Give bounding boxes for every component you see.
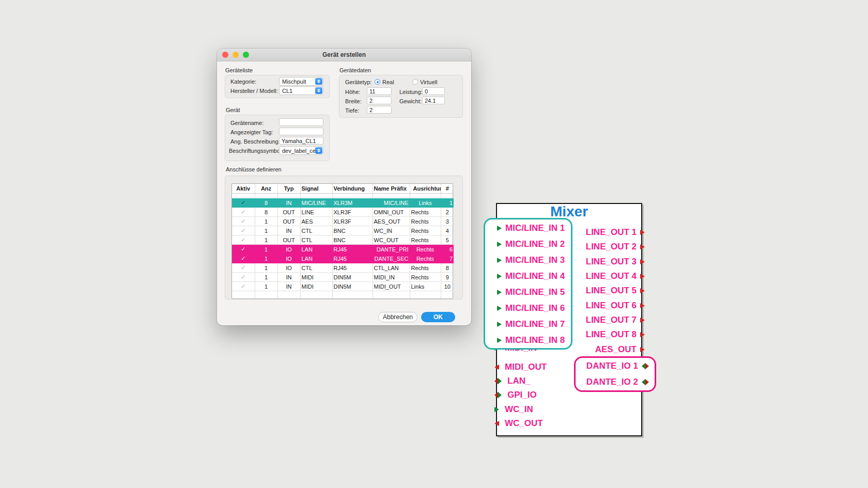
ok-button[interactable]: OK bbox=[421, 312, 455, 322]
port-row[interactable]: WC_IN bbox=[494, 402, 547, 416]
breite-field[interactable] bbox=[367, 97, 392, 104]
table-row[interactable]: ✓1INCTLBNCWC_INRechts4 bbox=[232, 226, 454, 235]
port-row[interactable]: WC_OUT bbox=[494, 416, 547, 430]
gewicht-field[interactable] bbox=[422, 97, 445, 104]
output-arrow-icon[interactable] bbox=[640, 318, 645, 323]
cell-verbindung: RJ45 bbox=[332, 254, 373, 263]
port-row[interactable]: MIDI_OUT bbox=[494, 360, 547, 374]
right-ports-list: LINE_OUT 1LINE_OUT 2LINE_OUT 3LINE_OUT 4… bbox=[586, 225, 645, 357]
port-row[interactable]: MIC/LINE_IN 1 bbox=[497, 221, 571, 237]
hoehe-field[interactable] bbox=[367, 87, 392, 95]
port-row[interactable]: MIC/LINE_IN 8 bbox=[497, 332, 571, 348]
close-button[interactable] bbox=[222, 52, 228, 58]
column-header: Aktiv bbox=[232, 184, 255, 194]
input-arrow-icon[interactable] bbox=[497, 322, 502, 327]
port-row[interactable]: MIC/LINE_IN 5 bbox=[497, 285, 571, 301]
input-arrow-icon[interactable] bbox=[497, 258, 502, 263]
table-row[interactable]: ✓1IOCTLRJ45CTL_LANRechts8 bbox=[232, 263, 454, 273]
port-row[interactable]: GPI_IO bbox=[494, 388, 547, 402]
port-row[interactable]: LINE_OUT 8 bbox=[586, 327, 645, 342]
dialog-titlebar[interactable]: Gerät erstellen bbox=[217, 49, 471, 61]
input-arrow-icon[interactable] bbox=[494, 407, 499, 412]
beschriftungssymbol-select[interactable]: dev_label_cent bbox=[279, 146, 323, 155]
beschreibung-field[interactable] bbox=[279, 137, 323, 145]
port-row[interactable]: LINE_OUT 7 bbox=[586, 313, 645, 327]
output-arrow-icon[interactable] bbox=[640, 288, 645, 293]
hoehe-label: Höhe: bbox=[345, 89, 360, 95]
cell-verbindung: XLR3F bbox=[332, 217, 373, 226]
tiefe-field[interactable] bbox=[367, 106, 392, 114]
leistung-field[interactable] bbox=[422, 87, 445, 95]
zoom-button[interactable] bbox=[243, 52, 249, 58]
input-arrow-icon[interactable] bbox=[497, 290, 502, 295]
io-diamond-icon[interactable] bbox=[494, 378, 502, 384]
device-title: Mixer bbox=[497, 204, 641, 219]
table-row[interactable]: ✓1OUTAESXLR3FAES_OUTRechts3 bbox=[232, 217, 454, 226]
output-arrow-icon[interactable] bbox=[494, 421, 499, 426]
chevron-up-down-icon[interactable] bbox=[315, 87, 322, 94]
table-row[interactable]: ✓8OUTLINEXLR3FOMNI_OUTRechts2 bbox=[232, 208, 454, 217]
port-row[interactable]: LINE_OUT 4 bbox=[586, 269, 645, 284]
output-arrow-icon[interactable] bbox=[640, 303, 645, 308]
chevron-up-down-icon[interactable] bbox=[315, 78, 322, 85]
cancel-button[interactable]: Abbrechen bbox=[378, 312, 417, 322]
cell-anz: 1 bbox=[255, 263, 277, 273]
port-row[interactable]: MIC/LINE_IN 4 bbox=[497, 269, 571, 285]
input-arrow-icon[interactable] bbox=[497, 338, 502, 343]
output-arrow-icon[interactable] bbox=[640, 274, 645, 279]
port-row[interactable]: LINE_OUT 1 bbox=[586, 225, 645, 240]
port-row[interactable]: MIC/LINE_IN 6 bbox=[497, 300, 571, 316]
input-arrow-icon[interactable] bbox=[497, 226, 502, 231]
port-row[interactable]: AES_OUT bbox=[586, 342, 645, 356]
port-row[interactable]: DANTE_IO 1 bbox=[576, 358, 649, 374]
port-row[interactable]: LINE_OUT 6 bbox=[586, 298, 645, 312]
output-arrow-icon[interactable] bbox=[640, 347, 645, 352]
input-arrow-icon[interactable] bbox=[497, 306, 502, 311]
radio-real[interactable] bbox=[375, 79, 380, 85]
port-row[interactable]: LAN_ bbox=[494, 374, 547, 388]
table-row[interactable]: ✓1INMIDIDIN5MMIDI_OUTLinks10 bbox=[232, 282, 454, 291]
mixer-device-block[interactable]: Mixer MIDI_IN MIC/LINE_IN 1MIC/LINE_IN 2… bbox=[496, 203, 642, 436]
table-row[interactable]: ✓1OUTCTLBNCWC_OUTRechts5 bbox=[232, 235, 454, 245]
table-row[interactable]: ✓1IOLANRJ45DANTE_PRIRechts6 bbox=[232, 245, 454, 254]
port-row[interactable]: MIC/LINE_IN 2 bbox=[497, 237, 571, 253]
kategorie-value: Mischpult bbox=[282, 78, 306, 85]
radio-virtuell[interactable] bbox=[412, 79, 418, 85]
hersteller-select[interactable]: CL1 bbox=[279, 86, 323, 95]
cell-anz: 1 bbox=[255, 217, 277, 226]
io-diamond-icon[interactable] bbox=[642, 379, 649, 385]
port-row[interactable]: LINE_OUT 2 bbox=[586, 240, 645, 254]
beschriftungssymbol-label: Beschriftungssymbol: bbox=[229, 148, 283, 154]
port-row[interactable]: LINE_OUT 3 bbox=[586, 255, 645, 269]
gewicht-label: Gewicht: bbox=[399, 98, 422, 104]
chevron-up-down-icon[interactable] bbox=[315, 147, 322, 154]
cell-ausrichtung: Links bbox=[410, 198, 441, 208]
table-row[interactable]: ✓8INMIC/LINEXLR3MMIC/LINELinks1 bbox=[232, 198, 454, 208]
cell-praefix: MIC/LINE bbox=[373, 198, 410, 208]
mic-line-in-group-box: MIC/LINE_IN 1MIC/LINE_IN 2MIC/LINE_IN 3M… bbox=[484, 218, 572, 350]
port-row[interactable]: DANTE_IO 2 bbox=[576, 374, 649, 390]
table-row[interactable]: ✓1INMIDIDIN5MMIDI_INRechts9 bbox=[232, 273, 454, 282]
port-row[interactable]: MIC/LINE_IN 7 bbox=[497, 316, 571, 332]
output-arrow-icon[interactable] bbox=[640, 244, 645, 249]
cell-ausrichtung: Rechts bbox=[410, 208, 441, 217]
minimize-button[interactable] bbox=[233, 52, 239, 58]
port-row[interactable]: MIC/LINE_IN 3 bbox=[497, 253, 571, 269]
port-label: MIC/LINE_IN 8 bbox=[505, 335, 565, 345]
table-header-row: Aktiv Anz Typ Signal Verbindung Name Prä… bbox=[232, 184, 454, 194]
output-arrow-icon[interactable] bbox=[640, 230, 645, 235]
angezeigter-tag-field[interactable] bbox=[279, 128, 323, 135]
output-arrow-icon[interactable] bbox=[494, 365, 499, 370]
port-row[interactable]: LINE_OUT 5 bbox=[586, 284, 645, 298]
output-arrow-icon[interactable] bbox=[640, 332, 645, 337]
kategorie-select[interactable]: Mischpult bbox=[279, 77, 323, 86]
input-arrow-icon[interactable] bbox=[497, 242, 502, 247]
io-diamond-icon[interactable] bbox=[494, 392, 502, 398]
io-diamond-icon[interactable] bbox=[642, 363, 649, 369]
output-arrow-icon[interactable] bbox=[640, 259, 645, 264]
beschreibung-label: Ang. Beschreibung: bbox=[230, 138, 280, 145]
table-row[interactable]: ✓1IOLANRJ45DANTE_SECRechts7 bbox=[232, 254, 454, 263]
active-check-icon: ✓ bbox=[232, 198, 255, 208]
input-arrow-icon[interactable] bbox=[497, 274, 502, 279]
geraetename-field[interactable] bbox=[279, 118, 323, 126]
